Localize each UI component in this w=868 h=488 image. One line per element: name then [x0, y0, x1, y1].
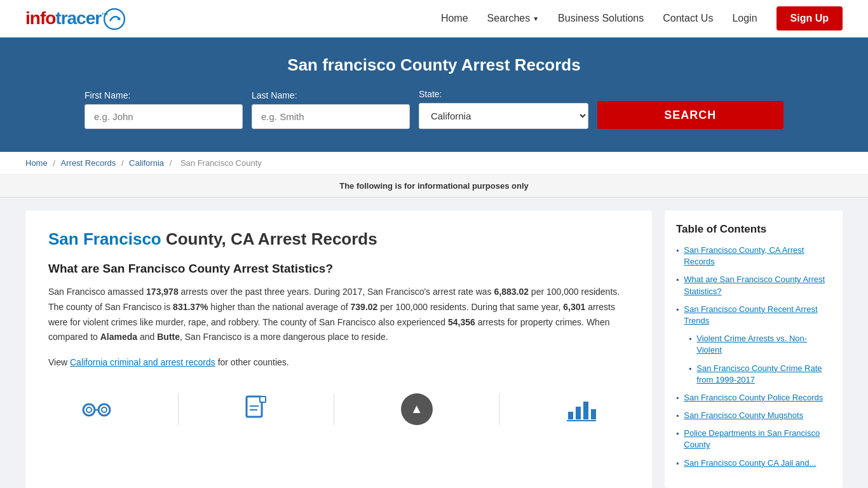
toc-item-7: San Francisco County Mugshots	[676, 410, 831, 421]
logo-blue: tracer	[55, 8, 101, 28]
icon-chart	[566, 396, 596, 422]
state-label: State:	[419, 89, 588, 99]
toc-link-4[interactable]: Violent Crime Arrests vs. Non-Violent	[696, 333, 831, 356]
notice-text: The following is for informational purpo…	[339, 181, 529, 191]
toc-heading: Table of Contents	[676, 223, 831, 236]
breadcrumb-home[interactable]: Home	[25, 158, 48, 168]
svg-rect-13	[583, 402, 588, 419]
view-records-text: View California criminal and arrest reco…	[48, 355, 629, 370]
svg-point-2	[83, 404, 95, 416]
svg-rect-11	[568, 412, 573, 419]
nav-signup[interactable]: Sign Up	[776, 6, 843, 30]
svg-point-5	[102, 407, 107, 412]
title-highlight: San Francisco	[48, 229, 161, 248]
logo: infotracer™	[25, 7, 125, 30]
scroll-top-button[interactable]: ▲	[401, 393, 433, 425]
svg-point-3	[86, 407, 92, 412]
toc-link-5[interactable]: San Francisco County Crime Rate from 199…	[696, 363, 831, 386]
toc-link-3[interactable]: San Francisco County Recent Arrest Trend…	[684, 304, 831, 327]
info-notice: The following is for informational purpo…	[0, 175, 868, 198]
toc-link-9[interactable]: San Francisco County CA Jail and...	[684, 458, 816, 469]
county-butte: Butte	[157, 332, 180, 342]
toc-item-6: San Francisco County Police Records	[676, 392, 831, 403]
icon-row: ▲	[48, 383, 629, 425]
logo-text: infotracer™	[25, 8, 107, 29]
view-text-suffix: for other counties.	[215, 357, 289, 367]
toc-list: San Francisco County, CA Arrest Records …	[676, 245, 831, 469]
chevron-down-icon: ▼	[532, 15, 539, 22]
content-paragraph: San Francisco amassed 173,978 arrests ov…	[48, 285, 629, 345]
svg-rect-14	[591, 409, 596, 419]
main-container: San Francisco County, CA Arrest Records …	[0, 198, 868, 488]
icon-divider-2	[334, 393, 334, 425]
toc-sidebar: Table of Contents San Francisco County, …	[665, 210, 843, 488]
county-alameda: Alameda	[100, 332, 137, 342]
breadcrumb-california[interactable]: California	[129, 158, 164, 168]
breadcrumb-sep-2: /	[121, 158, 126, 168]
view-text-prefix: View	[48, 357, 70, 367]
violent-count: 6,301	[563, 302, 585, 312]
arrests-count: 173,978	[146, 287, 179, 297]
svg-rect-12	[576, 407, 581, 419]
state-group: State: AlabamaAlaskaArizonaArkansas Cali…	[419, 89, 588, 129]
nav-searches[interactable]: Searches ▼	[487, 13, 539, 24]
higher-pct: 831.37%	[173, 302, 208, 312]
toc-link-8[interactable]: Police Departments in San Francisco Coun…	[684, 428, 831, 451]
chart-icon	[566, 396, 596, 422]
search-button[interactable]: SEARCH	[597, 101, 783, 129]
toc-link-2[interactable]: What are San Francisco County Arrest Sta…	[684, 274, 831, 297]
svg-point-0	[104, 9, 125, 29]
banner-title: San francisco County Arrest Records	[25, 55, 843, 75]
search-banner: San francisco County Arrest Records Firs…	[0, 37, 868, 152]
title-rest: County, CA Arrest Records	[161, 229, 377, 248]
breadcrumb-arrest-records[interactable]: Arrest Records	[61, 158, 116, 168]
nav-business[interactable]: Business Solutions	[558, 13, 644, 24]
toc-link-6[interactable]: San Francisco County Police Records	[684, 392, 823, 403]
toc-link-1[interactable]: San Francisco County, CA Arrest Records	[684, 245, 831, 268]
icon-divider-1	[178, 393, 179, 425]
icon-divider-3	[499, 393, 499, 425]
file-icon	[245, 395, 268, 424]
nav-links: Home Searches ▼ Business Solutions Conta…	[441, 6, 843, 30]
icon-handcuffs	[81, 397, 112, 421]
state-select[interactable]: AlabamaAlaskaArizonaArkansas CaliforniaC…	[419, 103, 588, 129]
last-name-input[interactable]	[252, 104, 410, 129]
toc-item-1: San Francisco County, CA Arrest Records	[676, 245, 831, 268]
arrest-rate: 6,883.02	[494, 287, 529, 297]
nav-home[interactable]: Home	[441, 13, 468, 24]
property-count: 54,356	[448, 317, 475, 327]
stats-heading: What are San Francisco County Arrest Sta…	[48, 262, 629, 276]
last-name-group: Last Name:	[252, 90, 410, 129]
nav-contact[interactable]: Contact Us	[663, 13, 713, 24]
toc-item-3: San Francisco County Recent Arrest Trend…	[676, 304, 831, 327]
svg-rect-8	[260, 396, 266, 402]
icon-file	[245, 395, 268, 424]
nav-login[interactable]: Login	[732, 13, 757, 24]
first-name-group: First Name:	[85, 90, 243, 129]
navbar: infotracer™ Home Searches ▼ Business Sol…	[0, 0, 868, 37]
breadcrumb-sep-3: /	[170, 158, 174, 168]
california-records-link[interactable]: California criminal and arrest records	[70, 357, 215, 367]
national-avg: 739.02	[351, 302, 378, 312]
content-area: San Francisco County, CA Arrest Records …	[25, 210, 652, 488]
toc-item-8: Police Departments in San Francisco Coun…	[676, 428, 831, 451]
toc-link-7[interactable]: San Francisco County Mugshots	[684, 410, 803, 421]
first-name-input[interactable]	[85, 104, 243, 129]
scroll-top-container[interactable]: ▲	[401, 393, 433, 425]
svg-point-4	[98, 404, 110, 416]
handcuffs-icon	[81, 397, 112, 421]
breadcrumb: Home / Arrest Records / California / San…	[0, 152, 868, 175]
toc-item-9: San Francisco County CA Jail and...	[676, 458, 831, 469]
first-name-label: First Name:	[85, 90, 243, 100]
logo-arrow-icon	[104, 8, 125, 30]
logo-red: info	[25, 8, 55, 28]
breadcrumb-sep-1: /	[53, 158, 57, 168]
content-title: San Francisco County, CA Arrest Records	[48, 229, 629, 249]
last-name-label: Last Name:	[252, 90, 410, 100]
toc-item-2: What are San Francisco County Arrest Sta…	[676, 274, 831, 297]
toc-item-4: Violent Crime Arrests vs. Non-Violent	[676, 333, 831, 356]
scroll-top-arrow: ▲	[410, 402, 423, 416]
breadcrumb-county: San Francisco County	[180, 158, 262, 168]
toc-item-5: San Francisco County Crime Rate from 199…	[676, 363, 831, 386]
search-form: First Name: Last Name: State: AlabamaAla…	[85, 89, 783, 129]
